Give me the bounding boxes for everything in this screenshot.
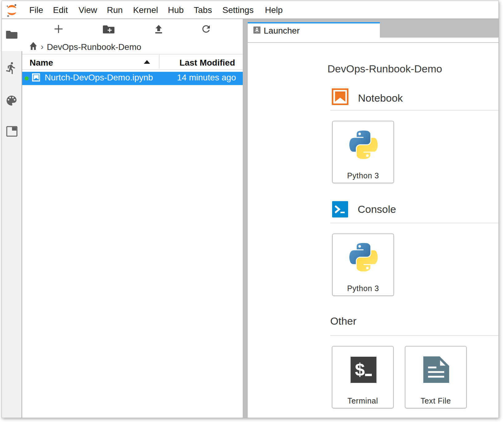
- svg-text:$: $: [355, 359, 365, 379]
